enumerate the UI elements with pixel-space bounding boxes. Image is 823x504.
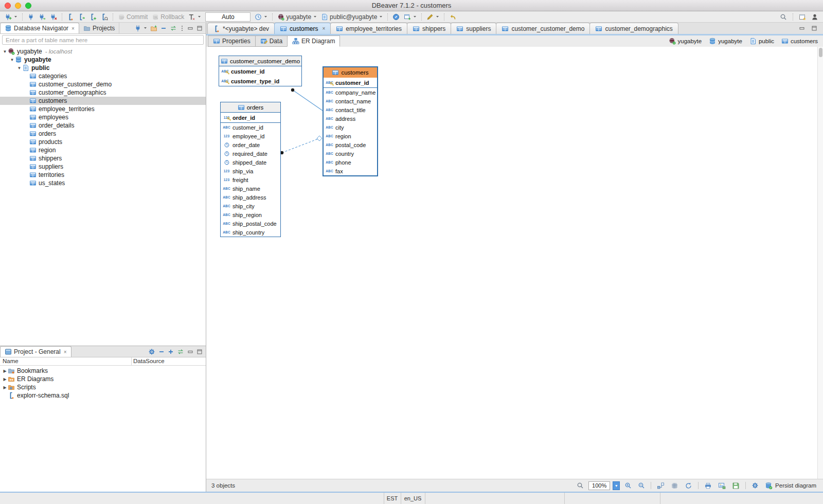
export-diagram-button[interactable] [717,481,727,490]
disconnect-button[interactable] [48,13,59,21]
tree-item-employees[interactable]: employees [0,113,206,121]
er-diagram-canvas[interactable]: customer_customer_demoABCcustomer_idABCc… [206,47,823,479]
expand-all-button[interactable] [168,349,174,355]
view-tab-projects[interactable]: Projects [79,23,119,33]
active-datasource-button[interactable]: yugabyte [276,13,318,21]
tree-item-customer_customer_demo[interactable]: customer_customer_demo [0,80,206,88]
maximize-view-button[interactable] [196,349,203,355]
column-customer_type_id[interactable]: ABCcustomer_type_id [219,76,301,86]
relation-orders-customers[interactable] [282,138,319,153]
search-items-button[interactable] [575,481,585,490]
reconnect-button[interactable] [37,13,47,21]
tree-item-customer_demographics[interactable]: customer_demographics [0,88,206,97]
transaction-mode-button[interactable] [187,13,203,21]
collapse-all-button[interactable] [158,349,165,355]
column-customer_id[interactable]: ABCcustomer_id [324,78,377,87]
close-view-icon[interactable]: × [64,349,67,355]
diagram-settings-button[interactable] [750,481,760,490]
connect-button[interactable] [26,13,36,21]
tools-menu-button[interactable] [425,13,441,21]
entity-header[interactable]: customer_customer_demo [219,56,301,66]
zoom-level-combo[interactable]: 100% [588,481,610,490]
expander-icon[interactable]: ▶ [2,385,8,390]
rollback-button[interactable]: Rollback [150,13,186,21]
new-sql-editor-button[interactable] [65,13,76,21]
view-tab-project-general[interactable]: Project - General× [0,346,71,357]
editor-tab-shippers[interactable]: shippers [407,23,451,34]
entity-header[interactable]: customers [324,67,377,78]
tree-item-orders[interactable]: orders [0,130,206,138]
table-filter-input[interactable] [2,35,204,45]
column-city[interactable]: ABCcity [324,123,377,132]
subtab-properties[interactable]: Properties [208,35,256,47]
canvas-vertical-scrollbar[interactable] [817,47,823,479]
column-region[interactable]: ABCregion [324,132,377,140]
zoom-in-button[interactable] [623,481,633,490]
link-with-editor-button[interactable] [177,348,184,355]
breadcrumb-customers[interactable]: customers [781,38,818,45]
column-ship_name[interactable]: ABCship_name [221,184,280,193]
editor-tab-customer-demographics[interactable]: customer_demographics [589,23,678,34]
column-freight[interactable]: 123freight [221,175,280,184]
tree-item-public[interactable]: ▼public [0,64,206,72]
recent-sql-editor-button[interactable] [77,13,87,21]
view-tab-database-navigator[interactable]: Database Navigator× [0,23,79,33]
toggle-grid-button[interactable] [669,481,680,490]
tree-item-products[interactable]: products [0,138,206,146]
column-fax[interactable]: ABCfax [324,167,377,175]
column-required_date[interactable]: required_date [221,149,280,158]
tree-item-yugabyte[interactable]: ▼yugabyte [0,56,206,64]
scrollbar-thumb[interactable] [819,48,822,57]
expander-icon[interactable]: ▶ [2,369,8,373]
new-folder-button[interactable] [150,25,157,32]
entity-orders[interactable]: orders123order_idABCcustomer_id123employ… [220,102,281,237]
column-phone[interactable]: ABCphone [324,158,377,167]
column-employee_id[interactable]: 123employee_id [221,132,280,140]
column-postal_code[interactable]: ABCpostal_code [324,140,377,149]
open-sql-console-button[interactable] [99,13,110,21]
column-company_name[interactable]: ABCcompany_name [324,88,377,97]
tree-item-suppliers[interactable]: suppliers [0,163,206,171]
settings-button[interactable] [148,348,155,355]
project-item-bookmarks[interactable]: ▶Bookmarks [0,367,206,375]
persist-diagram-button[interactable]: Persist diagram [763,481,818,490]
tree-item-region[interactable]: region [0,146,206,154]
zoom-out-button[interactable] [636,481,647,490]
tree-item-employee_territories[interactable]: employee_territories [0,105,206,113]
expander-icon[interactable]: ▼ [16,66,22,70]
active-schema-button[interactable]: public@yugabyte [319,13,384,21]
breadcrumb-yugabyte[interactable]: yugabyte [709,38,742,45]
subtab-er-diagram[interactable]: ER Diagram [287,35,340,47]
back-button[interactable] [448,13,458,21]
expander-icon[interactable]: ▼ [9,58,15,62]
project-item-explorr-schema-sql[interactable]: explorr-schema.sql [0,391,206,400]
column-order_date[interactable]: order_date [221,140,280,149]
column-customer_id[interactable]: ABCcustomer_id [219,66,301,76]
expander-icon[interactable]: ▶ [2,377,8,382]
minimize-editor-button[interactable] [797,25,807,32]
column-address[interactable]: ABCaddress [324,114,377,123]
column-contact_name[interactable]: ABCcontact_name [324,97,377,105]
refresh-diagram-button[interactable] [683,481,694,490]
arrange-diagram-button[interactable] [655,481,666,490]
view-menu-button[interactable] [180,25,184,32]
tree-item-shippers[interactable]: shippers [0,154,206,163]
column-ship_country[interactable]: ABCship_country [221,228,280,237]
connect-datasource-button[interactable] [134,25,147,32]
editor-tab--yugabyte-dev[interactable]: *<yugabyte> dev [207,23,275,34]
print-diagram-button[interactable] [703,481,713,490]
collapse-all-button[interactable] [160,25,167,31]
maximize-editor-button[interactable] [810,25,819,32]
maximize-view-button[interactable] [196,25,203,31]
navigate-object-button[interactable] [391,13,401,21]
open-new-window-button[interactable] [797,13,808,21]
close-tab-icon[interactable]: × [322,26,325,31]
entity-header[interactable]: orders [221,102,280,113]
search-button[interactable] [778,13,789,21]
entity-customers[interactable]: customersABCcustomer_idABCcompany_nameAB… [323,66,378,176]
column-ship_city[interactable]: ABCship_city [221,202,280,210]
tree-item-us_states[interactable]: us_states [0,179,206,187]
tree-item-categories[interactable]: categories [0,72,206,80]
column-order_id[interactable]: 123order_id [221,113,280,122]
expander-icon[interactable]: ▼ [2,49,8,54]
